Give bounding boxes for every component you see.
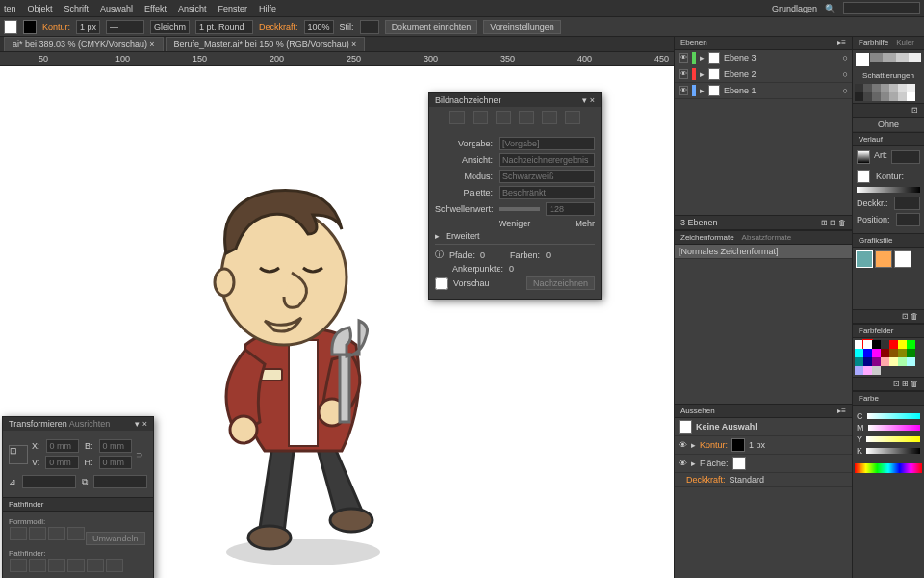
appearance-header[interactable]: Aussehen▸≡	[675, 404, 852, 418]
profile-select[interactable]: —	[106, 20, 144, 34]
stroke-swatch[interactable]	[23, 20, 37, 34]
ref-point-icon[interactable]: ⊡	[9, 445, 28, 464]
close-icon[interactable]: ×	[590, 95, 595, 105]
svg-rect-6	[340, 355, 349, 422]
close-icon[interactable]: ×	[142, 419, 147, 429]
panel-titlebar[interactable]: Bildnachzeichner▾ ×	[429, 93, 601, 107]
unite-button[interactable]	[10, 527, 27, 540]
brush-select[interactable]: 1 pt. Round	[195, 20, 253, 34]
style-select[interactable]	[360, 20, 379, 34]
visibility-toggle[interactable]: 👁	[679, 69, 688, 79]
menu-item[interactable]: Fenster	[218, 4, 247, 13]
appearance-stroke[interactable]: 👁▸Kontur:1 px	[675, 436, 852, 455]
appearance-fill[interactable]: 👁▸Fläche:	[675, 455, 852, 473]
gradient-header[interactable]: Verlauf	[853, 132, 924, 146]
view-select[interactable]: Nachzeichnerergebnis	[499, 153, 595, 167]
minus-back-button[interactable]	[106, 559, 123, 572]
rotate-input[interactable]	[22, 475, 76, 488]
color-header[interactable]: Farbe	[853, 391, 924, 406]
collapse-icon[interactable]: ▾	[582, 95, 587, 105]
close-icon[interactable]: ×	[351, 39, 356, 49]
merge-button[interactable]	[48, 559, 65, 572]
svg-point-4	[230, 416, 257, 443]
svg-point-1	[248, 526, 291, 549]
collapse-icon[interactable]: ▾	[135, 419, 140, 429]
trace-button[interactable]: Nachzeichnen	[526, 276, 595, 290]
fill-swatch[interactable]	[4, 20, 17, 34]
menu-item[interactable]: Objekt	[28, 4, 53, 13]
svg-point-8	[215, 269, 234, 296]
exclude-button[interactable]	[67, 527, 85, 540]
w-input[interactable]: 0 mm	[99, 439, 132, 453]
panel-dock-mid: Ebenen▸≡ 👁▸Ebene 3○ 👁▸Ebene 2○ 👁▸Ebene 1…	[674, 37, 852, 578]
expand-button[interactable]: Umwandeln	[86, 532, 145, 545]
search-input[interactable]	[843, 2, 920, 14]
h-input[interactable]: 0 mm	[99, 456, 132, 469]
x-input[interactable]: 0 mm	[46, 439, 79, 453]
color-swatches[interactable]	[853, 338, 924, 377]
link-icon[interactable]: ⊃	[136, 450, 147, 460]
preset-select[interactable]: [Vorgabe]	[499, 137, 595, 150]
menu-item[interactable]: Hilfe	[259, 4, 276, 13]
visibility-toggle[interactable]: 👁	[679, 86, 688, 95]
graphicstyles-header[interactable]: Grafikstile	[853, 233, 924, 248]
opacity-select[interactable]: 100%	[304, 20, 334, 34]
visibility-toggle[interactable]: 👁	[679, 53, 688, 63]
menu-item[interactable]: Auswahl	[100, 4, 133, 13]
label-stil: Stil:	[340, 22, 354, 32]
stroke-width-select[interactable]: 1 px	[76, 20, 100, 34]
image-trace-panel[interactable]: Bildnachzeichner▾ × Vorgabe:[Vorgabe] An…	[428, 92, 602, 300]
mode-select[interactable]: Schwarzweiß	[499, 170, 595, 183]
preview-checkbox[interactable]	[435, 277, 448, 290]
menu-item[interactable]: Effekt	[144, 4, 167, 13]
artwork-character	[178, 162, 428, 566]
none-row: Ohne	[853, 118, 924, 132]
svg-point-2	[330, 509, 372, 532]
menu-item[interactable]: Ansicht	[178, 4, 207, 13]
appearance-none: Keine Auswahl	[675, 418, 852, 436]
charstyles-header[interactable]: ZeichenformateAbsatzformate	[675, 230, 852, 245]
shade-swatches[interactable]	[853, 82, 924, 103]
outline-button[interactable]	[87, 559, 104, 572]
transform-panel[interactable]: Transformieren Ausrichten▾ × ⊡ X:0 mmB:0…	[2, 416, 154, 578]
intersect-button[interactable]	[48, 527, 65, 540]
minus-front-button[interactable]	[29, 527, 46, 540]
advanced-toggle[interactable]: ▸Erweitert	[435, 231, 595, 241]
divide-button[interactable]	[10, 559, 27, 572]
doc-setup-button[interactable]: Dokument einrichten	[385, 20, 478, 34]
panel-dock-right: FarbhilfeKuler Schattierungen ⊡ Ohne Ver…	[852, 37, 924, 578]
charstyle-item[interactable]: [Normales Zeichenformat]	[675, 245, 852, 259]
palette-select[interactable]: Beschränkt	[499, 186, 595, 199]
prefs-button[interactable]: Voreinstellungen	[483, 20, 561, 34]
align-select[interactable]: Gleichm	[150, 20, 190, 34]
layers-panel-header[interactable]: Ebenen▸≡	[675, 37, 852, 50]
layers-list: 👁▸Ebene 3○ 👁▸Ebene 2○ 👁▸Ebene 1○	[675, 50, 852, 99]
colorguide-header[interactable]: FarbhilfeKuler	[853, 37, 924, 50]
menu-bar: ten Objekt Schrift Auswahl Effekt Ansich…	[0, 0, 924, 17]
y-input[interactable]: 0 mm	[45, 456, 78, 469]
label-kontur: Kontur:	[42, 22, 70, 32]
trim-button[interactable]	[29, 559, 46, 572]
layer-row[interactable]: 👁▸Ebene 2○	[675, 66, 852, 83]
doc-tab[interactable]: ai* bei 389.03 % (CMYK/Vorschau) ×	[4, 37, 164, 51]
doc-tab[interactable]: Berufe_Master.ai* bei 150 % (RGB/Vorscha…	[166, 37, 366, 51]
menu-item[interactable]: Schrift	[64, 4, 90, 13]
layer-row[interactable]: 👁▸Ebene 1○	[675, 83, 852, 99]
layer-row[interactable]: 👁▸Ebene 3○	[675, 50, 852, 66]
search-icon: 🔍	[825, 4, 835, 13]
ruler-horizontal: 50100150200250300350400450	[0, 52, 674, 66]
close-icon[interactable]: ×	[149, 39, 154, 49]
options-bar: Kontur: 1 px — Gleichm 1 pt. Round Deckk…	[0, 17, 924, 37]
preset-icons[interactable]	[429, 107, 601, 128]
layers-footer: 3 Ebenen⊞ ⊡ 🗑	[675, 215, 852, 230]
swatches-header[interactable]: Farbfelder	[853, 324, 924, 338]
label-deckkraft: Deckkraft:	[259, 22, 298, 32]
crop-button[interactable]	[67, 559, 85, 572]
threshold-slider[interactable]	[499, 207, 540, 211]
menu-item[interactable]: ten	[4, 4, 16, 13]
appearance-opacity[interactable]: Deckkraft:Standard	[675, 473, 852, 487]
shear-input[interactable]	[93, 475, 147, 488]
workspace-switcher[interactable]: Grundlagen	[772, 4, 817, 13]
pathfinder-header[interactable]: Pathfinder	[3, 497, 153, 512]
cmyk-sliders[interactable]: C M Y K	[853, 406, 924, 461]
